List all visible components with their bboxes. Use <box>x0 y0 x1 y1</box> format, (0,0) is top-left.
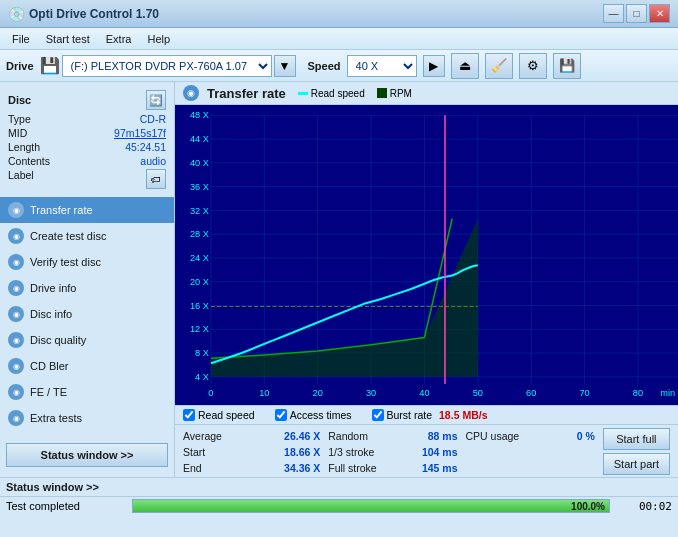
menu-start-test[interactable]: Start test <box>38 31 98 47</box>
speed-label: Speed <box>308 60 341 72</box>
sidebar-item-cd-bler[interactable]: ◉ CD Bler <box>0 353 174 379</box>
svg-text:60: 60 <box>526 388 536 398</box>
speed-select[interactable]: 8 X16 X24 X32 X40 X48 XMax <box>347 55 417 77</box>
svg-text:32 X: 32 X <box>190 205 209 215</box>
legend-rpm-label: RPM <box>390 88 412 99</box>
title-bar: 💿 Opti Drive Control 1.70 — □ ✕ <box>0 0 678 28</box>
svg-text:4 X: 4 X <box>195 372 209 382</box>
sidebar-item-verify-test-disc[interactable]: ◉ Verify test disc <box>0 249 174 275</box>
read-speed-checkbox[interactable] <box>183 409 195 421</box>
svg-text:16 X: 16 X <box>190 301 209 311</box>
right-panel: ◉ Transfer rate Read speed RPM <box>175 82 678 477</box>
fe-te-icon: ◉ <box>8 384 24 400</box>
drive-refresh-button[interactable]: ▼ <box>274 55 296 77</box>
svg-text:24 X: 24 X <box>190 253 209 263</box>
sidebar-item-extra-tests[interactable]: ◉ Extra tests <box>0 405 174 431</box>
svg-text:36 X: 36 X <box>190 182 209 192</box>
legend-read-speed-color <box>298 92 308 95</box>
chart-legend: Read speed RPM <box>298 88 412 99</box>
bottom-section: Status window >> Test completed 100.0% 0… <box>0 477 678 515</box>
options-button[interactable]: ⚙ <box>519 53 547 79</box>
start-full-button[interactable]: Start full <box>603 428 670 450</box>
menu-extra[interactable]: Extra <box>98 31 140 47</box>
svg-text:0: 0 <box>208 388 213 398</box>
time-display: 00:02 <box>622 500 672 513</box>
svg-text:40: 40 <box>419 388 429 398</box>
save-button[interactable]: 💾 <box>553 53 581 79</box>
chart-svg: 48 X 44 X 40 X 36 X 32 X 28 X 24 X 20 X … <box>175 105 678 405</box>
svg-text:80: 80 <box>633 388 643 398</box>
access-times-checkbox[interactable] <box>275 409 287 421</box>
checkbox-row: Read speed Access times Burst rate 18.5 … <box>175 405 678 425</box>
app-icon: 💿 <box>8 6 25 22</box>
eject-button[interactable]: ⏏ <box>451 53 479 79</box>
stat-start: Start 18.66 X <box>183 446 320 458</box>
sidebar-item-disc-info[interactable]: ◉ Disc info <box>0 301 174 327</box>
chart-container: 48 X 44 X 40 X 36 X 32 X 28 X 24 X 20 X … <box>175 105 678 405</box>
close-button[interactable]: ✕ <box>649 4 670 23</box>
stats-row-container: Average 26.46 X Random 88 ms CPU usage 0… <box>175 425 678 479</box>
disc-quality-label: Disc quality <box>30 334 86 346</box>
legend-read-speed: Read speed <box>298 88 365 99</box>
contents-label: Contents <box>8 155 50 167</box>
status-window-label[interactable]: Status window >> <box>6 481 99 493</box>
stat-average: Average 26.46 X <box>183 430 320 442</box>
sidebar-item-fe-te[interactable]: ◉ FE / TE <box>0 379 174 405</box>
drive-info-icon: ◉ <box>8 280 24 296</box>
window-controls: — □ ✕ <box>603 4 670 23</box>
menu-bar: File Start test Extra Help <box>0 28 678 50</box>
disc-refresh-button[interactable]: 🔄 <box>146 90 166 110</box>
stat-cpu-usage: CPU usage 0 % <box>458 430 595 442</box>
length-value: 45:24.51 <box>125 141 166 153</box>
sidebar-item-drive-info[interactable]: ◉ Drive info <box>0 275 174 301</box>
legend-rpm: RPM <box>377 88 412 99</box>
start-part-button[interactable]: Start part <box>603 453 670 475</box>
start-buttons: Start full Start part <box>595 428 678 476</box>
maximize-button[interactable]: □ <box>626 4 647 23</box>
transfer-rate-icon: ◉ <box>8 202 24 218</box>
svg-text:20 X: 20 X <box>190 277 209 287</box>
sidebar-item-disc-quality[interactable]: ◉ Disc quality <box>0 327 174 353</box>
create-test-disc-label: Create test disc <box>30 230 106 242</box>
burst-rate-checkbox[interactable] <box>372 409 384 421</box>
svg-text:10: 10 <box>259 388 269 398</box>
drive-icon: 💾 <box>40 56 60 75</box>
type-label: Type <box>8 113 31 125</box>
status-window-row: Status window >> <box>0 477 678 496</box>
burst-rate-cb-label: Burst rate <box>387 409 433 421</box>
label-icon-button[interactable]: 🏷 <box>146 169 166 189</box>
stat-full-stroke: Full stroke 145 ms <box>320 462 457 474</box>
fe-te-label: FE / TE <box>30 386 67 398</box>
stat-end: End 34.36 X <box>183 462 320 474</box>
create-test-disc-icon: ◉ <box>8 228 24 244</box>
chart-header: ◉ Transfer rate Read speed RPM <box>175 82 678 105</box>
svg-text:44 X: 44 X <box>190 134 209 144</box>
menu-help[interactable]: Help <box>139 31 178 47</box>
progress-fill <box>133 500 609 512</box>
drive-select[interactable]: (F:) PLEXTOR DVDR PX-760A 1.07 <box>62 55 272 77</box>
test-completed-row: Test completed 100.0% 00:02 <box>0 496 678 515</box>
cd-bler-icon: ◉ <box>8 358 24 374</box>
stat-stroke-1-3: 1/3 stroke 104 ms <box>320 446 457 458</box>
svg-text:8 X: 8 X <box>195 348 209 358</box>
progress-bar: 100.0% <box>132 499 610 513</box>
speed-go-button[interactable]: ▶ <box>423 55 445 77</box>
svg-text:28 X: 28 X <box>190 229 209 239</box>
disc-title: Disc <box>8 94 31 106</box>
read-speed-cb-label: Read speed <box>198 409 255 421</box>
contents-value: audio <box>140 155 166 167</box>
minimize-button[interactable]: — <box>603 4 624 23</box>
extra-tests-label: Extra tests <box>30 412 82 424</box>
mid-value[interactable]: 97m15s17f <box>114 127 166 139</box>
disc-quality-icon: ◉ <box>8 332 24 348</box>
menu-file[interactable]: File <box>4 31 38 47</box>
legend-read-speed-label: Read speed <box>311 88 365 99</box>
sidebar-item-create-test-disc[interactable]: ◉ Create test disc <box>0 223 174 249</box>
status-window-button[interactable]: Status window >> <box>6 443 168 467</box>
svg-text:40 X: 40 X <box>190 158 209 168</box>
stats-grid-left: Average 26.46 X Random 88 ms CPU usage 0… <box>183 428 595 476</box>
svg-text:50: 50 <box>473 388 483 398</box>
sidebar-item-transfer-rate[interactable]: ◉ Transfer rate <box>0 197 174 223</box>
clean-button[interactable]: 🧹 <box>485 53 513 79</box>
burst-rate-value: 18.5 MB/s <box>439 409 487 421</box>
